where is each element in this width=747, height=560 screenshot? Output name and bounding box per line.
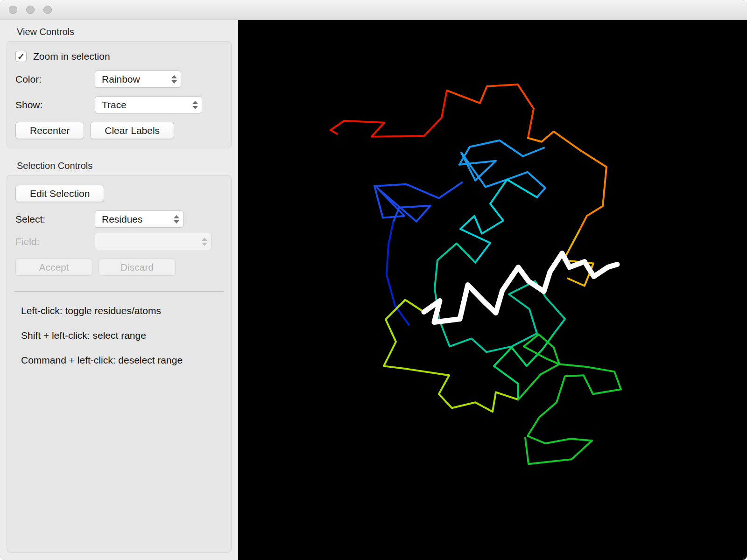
clear-labels-button[interactable]: Clear Labels xyxy=(90,122,174,139)
show-dropdown[interactable]: Trace xyxy=(95,96,202,113)
accept-button: Accept xyxy=(15,259,92,276)
show-label: Show: xyxy=(15,99,95,111)
field-label: Field: xyxy=(15,236,95,247)
color-label: Color: xyxy=(15,74,95,85)
title-bar xyxy=(0,0,747,20)
edit-selection-button[interactable]: Edit Selection xyxy=(15,185,104,202)
trace-segment-red-orange xyxy=(447,84,534,138)
sidebar: View Controls ✓ Zoom in selection Color:… xyxy=(0,20,238,560)
app-window: View Controls ✓ Zoom in selection Color:… xyxy=(0,0,747,560)
show-dropdown-value: Trace xyxy=(102,99,127,111)
close-button[interactable] xyxy=(9,6,17,14)
help-line-left-click: Left-click: toggle residues/atoms xyxy=(21,305,231,316)
zoom-in-selection-row: ✓ Zoom in selection xyxy=(7,44,231,66)
select-dropdown-value: Residues xyxy=(102,214,143,225)
trace-segment-red xyxy=(331,91,447,137)
select-label: Select: xyxy=(15,214,95,225)
trace-segment-cyan xyxy=(460,180,537,263)
updown-chevrons-icon xyxy=(174,215,179,224)
discard-button: Discard xyxy=(99,259,176,276)
trace-segment-orange xyxy=(528,132,606,231)
view-buttons-row: Recenter Clear Labels xyxy=(7,118,231,143)
window-content: View Controls ✓ Zoom in selection Color:… xyxy=(0,20,747,560)
edit-selection-row: Edit Selection xyxy=(7,178,231,206)
molecule-svg[interactable] xyxy=(238,20,747,560)
color-dropdown-value: Rainbow xyxy=(102,74,140,85)
trace-segment-dark-blue xyxy=(387,223,409,325)
updown-chevrons-icon xyxy=(171,75,177,84)
trace-segment-spring-green xyxy=(494,334,554,399)
view-controls-group: ✓ Zoom in selection Color: Rainbow Show: xyxy=(7,41,232,148)
color-dropdown[interactable]: Rainbow xyxy=(95,70,181,88)
checkbox-check-icon: ✓ xyxy=(17,51,25,62)
zoom-in-selection-label: Zoom in selection xyxy=(33,51,110,62)
selection-controls-group: Edit Selection Select: Residues Field: xyxy=(7,175,232,553)
molecule-viewport[interactable] xyxy=(238,20,747,560)
recenter-button[interactable]: Recenter xyxy=(15,122,84,139)
updown-chevrons-icon xyxy=(202,238,207,246)
accept-discard-row: Accept Discard xyxy=(7,254,231,280)
zoom-button[interactable] xyxy=(43,6,52,14)
trace-segment-green xyxy=(518,334,621,464)
trace-segment-blue xyxy=(374,182,462,223)
field-dropdown xyxy=(95,233,211,250)
show-row: Show: Trace xyxy=(7,92,231,118)
view-controls-title: View Controls xyxy=(17,27,238,37)
field-row: Field: xyxy=(7,232,231,254)
selection-controls-title: Selection Controls xyxy=(17,161,238,171)
color-row: Color: Rainbow xyxy=(7,66,231,92)
trace-segment-sky-blue xyxy=(459,140,545,197)
updown-chevrons-icon xyxy=(192,101,198,109)
minimize-button[interactable] xyxy=(26,6,35,14)
help-line-command-click: Command + left-click: deselect range xyxy=(21,355,231,366)
help-line-shift-click: Shift + left-click: select range xyxy=(21,330,231,341)
trace-segment-gold xyxy=(564,231,593,286)
zoom-in-selection-checkbox[interactable]: ✓ xyxy=(15,51,27,62)
divider xyxy=(14,291,224,292)
select-row: Select: Residues xyxy=(7,206,231,232)
select-dropdown[interactable]: Residues xyxy=(95,210,183,228)
